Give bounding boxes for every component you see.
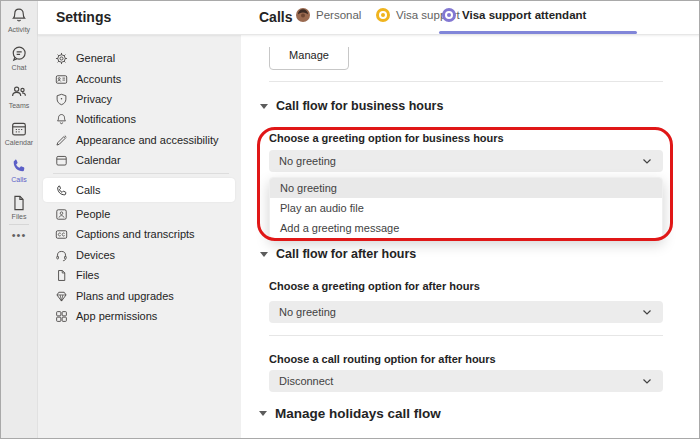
rail-item-calendar[interactable]: Calendar xyxy=(1,120,37,147)
collapse-triangle-icon xyxy=(260,252,268,257)
tab-visa-support-attendant[interactable]: Visa support attendant xyxy=(442,8,586,22)
option-play-audio-file[interactable]: Play an audio file xyxy=(270,198,662,218)
chevron-down-icon xyxy=(641,155,653,167)
phone-icon xyxy=(55,184,68,197)
after-greeting-label: Choose a greeting option for after hours xyxy=(269,280,480,292)
shield-icon xyxy=(55,93,68,106)
rail-item-label: Files xyxy=(1,213,37,221)
dropdown-value: No greeting xyxy=(279,306,336,318)
captions-icon xyxy=(55,228,68,241)
rail-item-label: Activity xyxy=(1,26,37,34)
phone-icon xyxy=(10,157,28,175)
header-bar: Settings Calls Personal Visa support Vis… xyxy=(38,1,700,35)
sidebar-item-label: Files xyxy=(76,269,99,281)
gear-icon xyxy=(55,52,68,65)
bell-icon xyxy=(55,113,68,126)
document-icon xyxy=(55,269,68,282)
sidebar-item-label: Privacy xyxy=(76,93,112,105)
id-card-icon xyxy=(55,73,68,86)
sidebar-item-app-permissions[interactable]: App permissions xyxy=(43,306,235,326)
sidebar-item-notifications[interactable]: Notifications xyxy=(43,109,235,129)
rail-item-files[interactable]: Files xyxy=(1,194,37,221)
more-apps-button[interactable]: ••• xyxy=(1,229,37,241)
section-after-hours[interactable]: Call flow for after hours xyxy=(260,247,416,261)
option-no-greeting[interactable]: No greeting xyxy=(270,178,662,198)
personal-avatar xyxy=(296,8,310,22)
rail-item-label: Calendar xyxy=(1,139,37,147)
person-card-icon xyxy=(55,208,68,221)
section-title: Call flow for after hours xyxy=(276,247,416,261)
sidebar-item-people[interactable]: People xyxy=(43,204,235,224)
sidebar-item-label: Calls xyxy=(76,184,100,196)
rail-item-teams[interactable]: Teams xyxy=(1,83,37,110)
after-greeting-dropdown[interactable]: No greeting xyxy=(269,301,663,323)
calendar-icon xyxy=(10,120,28,138)
collapse-triangle-icon xyxy=(259,411,267,416)
sidebar-item-label: General xyxy=(76,52,115,64)
sidebar-item-calls[interactable]: Calls xyxy=(43,178,235,202)
chat-icon xyxy=(10,45,28,63)
sidebar-item-label: Calendar xyxy=(76,154,121,166)
sidebar-item-label: People xyxy=(76,208,110,220)
business-greeting-label: Choose a greeting option for business ho… xyxy=(269,132,504,144)
option-add-greeting-message[interactable]: Add a greeting message xyxy=(270,218,662,238)
routing-dropdown[interactable]: Disconnect xyxy=(269,370,663,392)
sidebar-item-label: Appearance and accessibility xyxy=(76,134,218,146)
settings-title: Settings xyxy=(56,9,111,25)
collapse-triangle-icon xyxy=(260,104,268,109)
calls-page-title: Calls xyxy=(259,9,292,25)
sidebar-item-calendar[interactable]: Calendar xyxy=(43,150,235,170)
sidebar-item-general[interactable]: General xyxy=(43,48,235,68)
business-greeting-dropdown[interactable]: No greeting xyxy=(269,150,663,172)
gem-icon xyxy=(55,290,68,303)
active-tab-underline xyxy=(439,31,637,34)
tab-personal[interactable]: Personal xyxy=(296,8,361,22)
sidebar-item-files[interactable]: Files xyxy=(43,265,235,285)
rail-item-label: Chat xyxy=(1,64,37,72)
headset-icon xyxy=(55,249,68,262)
sidebar-item-label: Plans and upgrades xyxy=(76,290,174,302)
rail-item-label: Teams xyxy=(1,102,37,110)
sidebar-item-label: Accounts xyxy=(76,73,121,85)
sidebar-item-label: Notifications xyxy=(76,113,136,125)
calendar-icon xyxy=(55,154,68,167)
rail-item-activity[interactable]: Activity xyxy=(1,7,37,34)
app-rail: Activity Chat Teams Calendar Calls xyxy=(1,1,38,438)
settings-sidebar: General Accounts Privacy Notifications A… xyxy=(38,34,241,439)
rail-item-label: Calls xyxy=(1,176,37,184)
sidebar-item-label: Captions and transcripts xyxy=(76,228,195,240)
chevron-down-icon xyxy=(641,375,653,387)
auto-attendant-icon xyxy=(442,8,456,22)
routing-label: Choose a call routing option for after h… xyxy=(269,353,496,365)
bell-icon xyxy=(10,7,28,25)
tab-label: Personal xyxy=(316,9,361,21)
manage-hours-button[interactable]: Manage hours xyxy=(269,47,349,70)
dropdown-value: Disconnect xyxy=(279,375,333,387)
sidebar-divider xyxy=(53,173,229,174)
sidebar-item-plans[interactable]: Plans and upgrades xyxy=(43,286,235,306)
teams-settings-window: Activity Chat Teams Calendar Calls xyxy=(0,0,700,439)
manage-hours-button-clip: Manage hours xyxy=(269,47,349,71)
sidebar-item-label: App permissions xyxy=(76,310,157,322)
content-divider xyxy=(269,81,663,82)
dropdown-value: No greeting xyxy=(279,155,336,167)
section-title: Manage holidays call flow xyxy=(275,406,441,421)
rail-item-chat[interactable]: Chat xyxy=(1,45,37,72)
call-queue-icon xyxy=(376,8,390,22)
rail-divider xyxy=(9,224,29,225)
section-manage-holidays[interactable]: Manage holidays call flow xyxy=(259,406,441,421)
people-icon xyxy=(10,83,28,101)
sidebar-item-privacy[interactable]: Privacy xyxy=(43,89,235,109)
rail-item-calls[interactable]: Calls xyxy=(1,157,37,184)
sidebar-item-devices[interactable]: Devices xyxy=(43,245,235,265)
greeting-options-listbox: No greeting Play an audio file Add a gre… xyxy=(269,177,663,239)
sidebar-item-accounts[interactable]: Accounts xyxy=(43,69,235,89)
sidebar-item-appearance[interactable]: Appearance and accessibility xyxy=(43,130,235,150)
chevron-down-icon xyxy=(641,306,653,318)
sidebar-item-captions[interactable]: Captions and transcripts xyxy=(43,224,235,244)
grid-icon xyxy=(55,310,68,323)
section-business-hours[interactable]: Call flow for business hours xyxy=(260,99,443,113)
content-divider xyxy=(269,335,663,336)
document-icon xyxy=(10,194,28,212)
tab-label: Visa support attendant xyxy=(462,9,586,21)
